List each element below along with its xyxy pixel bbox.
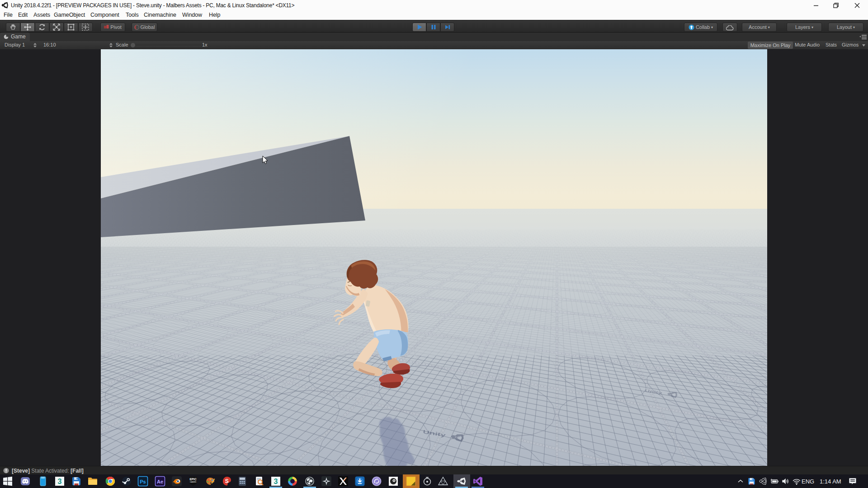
svg-text:3: 3: [58, 478, 62, 485]
svg-text:EPIC: EPIC: [189, 478, 196, 481]
svg-text:Ae: Ae: [157, 479, 163, 484]
svg-text:Ps: Ps: [140, 479, 146, 484]
svg-text:GAMES: GAMES: [190, 481, 197, 483]
svg-text:3: 3: [274, 478, 278, 485]
svg-text:S: S: [225, 478, 229, 484]
svg-text:Unity: Unity: [645, 389, 663, 395]
svg-text:Unity: Unity: [423, 429, 446, 438]
